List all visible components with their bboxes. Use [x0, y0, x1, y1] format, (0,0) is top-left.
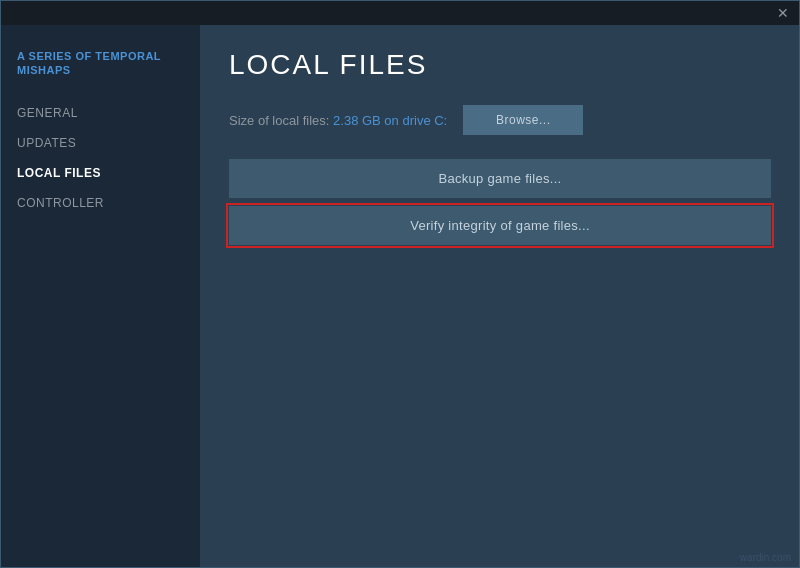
close-button[interactable]: ✕: [775, 5, 791, 21]
verify-button[interactable]: Verify integrity of game files...: [229, 206, 771, 245]
sidebar-item-general[interactable]: GENERAL: [1, 98, 200, 128]
page-title: LOCAL FILES: [229, 49, 771, 81]
file-size-value: 2.38 GB on drive C:: [333, 113, 447, 128]
sidebar-item-updates[interactable]: UPDATES: [1, 128, 200, 158]
window-content: A SERIES OF TEMPORAL MISHAPS GENERAL UPD…: [1, 25, 799, 567]
watermark: wardin.com: [740, 552, 791, 563]
verify-button-wrapper: Verify integrity of game files...: [229, 206, 771, 245]
title-bar: ✕: [1, 1, 799, 25]
backup-button[interactable]: Backup game files...: [229, 159, 771, 198]
file-info-label: Size of local files: 2.38 GB on drive C:: [229, 113, 447, 128]
game-title: A SERIES OF TEMPORAL MISHAPS: [1, 41, 200, 98]
file-info-row: Size of local files: 2.38 GB on drive C:…: [229, 105, 771, 135]
sidebar-item-controller[interactable]: CONTROLLER: [1, 188, 200, 218]
sidebar: A SERIES OF TEMPORAL MISHAPS GENERAL UPD…: [1, 25, 201, 567]
main-content: LOCAL FILES Size of local files: 2.38 GB…: [201, 25, 799, 567]
sidebar-item-local-files[interactable]: LOCAL FILES: [1, 158, 200, 188]
browse-button[interactable]: Browse...: [463, 105, 583, 135]
steam-properties-window: ✕ A SERIES OF TEMPORAL MISHAPS GENERAL U…: [0, 0, 800, 568]
